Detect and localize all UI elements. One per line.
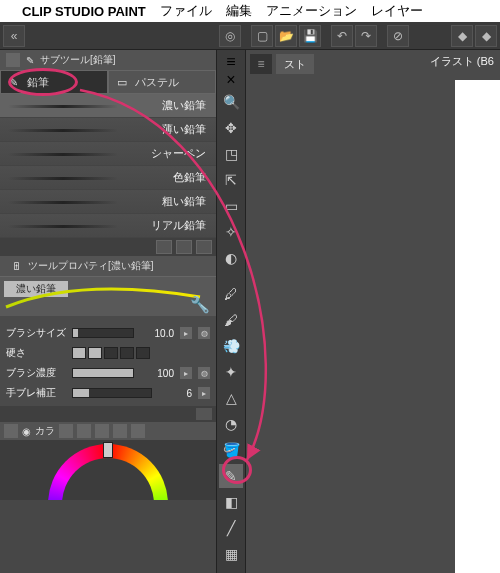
save-icon[interactable]: 💾 xyxy=(299,25,321,47)
brush-item[interactable]: リアル鉛筆 xyxy=(0,214,216,238)
menu-file[interactable]: ファイル xyxy=(160,2,212,20)
color-label: カラ xyxy=(35,424,55,438)
tool-property-body: ブラシサイズ 10.0 ▸ ◍ 硬さ ブラシ濃度 100 ▸ ◍ 手ブレ補正 xyxy=(0,316,216,422)
subtool-title: サブツール[鉛筆] xyxy=(40,53,116,67)
wrench-small-icon[interactable] xyxy=(196,408,212,420)
toolbar-misc2-icon[interactable]: ◆ xyxy=(475,25,497,47)
tool-select-auto-icon[interactable]: ✧ xyxy=(219,220,243,244)
menu-edit[interactable]: 編集 xyxy=(226,2,252,20)
tool-pen-icon[interactable]: 🖊 xyxy=(219,282,243,306)
pencil-icon: ✎ xyxy=(26,55,34,66)
tool-figure-icon[interactable]: ╱ xyxy=(219,516,243,540)
toolbar-misc-icon[interactable]: ◆ xyxy=(451,25,473,47)
brush-stroke-preview xyxy=(8,201,118,204)
panel-menu-icon[interactable] xyxy=(4,424,18,438)
panel-menu-icon[interactable] xyxy=(6,53,20,67)
brush-size-slider[interactable] xyxy=(72,328,134,338)
tool-airbrush-icon[interactable]: 💨 xyxy=(219,334,243,358)
menubar: CLIP STUDIO PAINT ファイル 編集 アニメーション レイヤー xyxy=(0,0,500,22)
tool-fill-icon[interactable]: 🪣 xyxy=(219,438,243,462)
color-wheel-panel xyxy=(0,440,216,500)
preview-stroke xyxy=(0,277,210,317)
link-icon[interactable]: ◍ xyxy=(198,367,210,379)
density-slider[interactable] xyxy=(72,368,134,378)
pastel-tab-icon: ▭ xyxy=(117,76,129,88)
prop-brush-size: ブラシサイズ 10.0 ▸ ◍ xyxy=(6,326,210,340)
brush-item[interactable]: 色鉛筆 xyxy=(0,166,216,190)
new-file-icon[interactable]: ▢ xyxy=(251,25,273,47)
wrench-icon[interactable]: 🔧 xyxy=(190,295,210,314)
tool-move-icon[interactable]: ✥ xyxy=(219,116,243,140)
tab-label: パステル xyxy=(135,75,179,90)
top-toolbar: « ◎ ▢ 📂 💾 ↶ ↷ ⊘ ◆ ◆ xyxy=(0,22,500,50)
subtool-delete-icon[interactable] xyxy=(196,240,212,254)
tab-pencil[interactable]: ✎ 鉛筆 xyxy=(0,70,108,94)
color-slider-icon[interactable] xyxy=(77,424,91,438)
tool-property-preview: 濃い鉛筆 🔧 xyxy=(0,276,216,316)
brush-stroke-preview xyxy=(8,177,118,180)
tool-magnifier-icon[interactable]: 🔍 xyxy=(219,90,243,114)
tool-decoration-icon[interactable]: ✦ xyxy=(219,360,243,384)
brush-item[interactable]: 薄い鉛筆 xyxy=(0,118,216,142)
panel-menu-icon[interactable]: ≡ xyxy=(250,54,272,74)
hardness-blocks[interactable] xyxy=(72,347,150,359)
stabilize-slider[interactable] xyxy=(72,388,152,398)
color-wheel[interactable] xyxy=(48,444,168,500)
stepper-icon[interactable]: ▸ xyxy=(198,387,210,399)
tool-property-title: ツールプロパティ[濃い鉛筆] xyxy=(28,259,154,273)
tab-pastel[interactable]: ▭ パステル xyxy=(108,70,216,94)
prop-stabilize: 手ブレ補正 6 ▸ xyxy=(6,386,210,400)
brush-item[interactable]: シャーペン xyxy=(0,142,216,166)
tool-pencil-icon[interactable]: ✎ xyxy=(219,464,243,488)
brush-list: 濃い鉛筆 薄い鉛筆 シャーペン 色鉛筆 粗い鉛筆 リアル鉛筆 xyxy=(0,94,216,238)
value: 6 xyxy=(158,388,192,399)
menu-layer[interactable]: レイヤー xyxy=(371,2,423,20)
subtool-new-icon[interactable] xyxy=(176,240,192,254)
tool-frame-icon[interactable]: ▦ xyxy=(219,542,243,566)
document-title: イラスト (B6 xyxy=(430,54,494,69)
tool-operation-icon[interactable]: ◳ xyxy=(219,142,243,166)
tab-label: 鉛筆 xyxy=(27,75,49,90)
tool-property-header: 🎚 ツールプロパティ[濃い鉛筆] xyxy=(0,256,216,276)
color-approx-icon[interactable] xyxy=(95,424,109,438)
tool-select-rect-icon[interactable]: ▭ xyxy=(219,194,243,218)
canvas-tab[interactable]: スト xyxy=(276,54,314,74)
subtool-settings-icon[interactable] xyxy=(156,240,172,254)
color-handle[interactable] xyxy=(103,442,113,458)
brush-stroke-preview xyxy=(8,225,118,228)
color-set-icon[interactable] xyxy=(59,424,73,438)
value: 100 xyxy=(140,368,174,379)
close-icon[interactable]: × xyxy=(219,72,243,88)
stepper-icon[interactable]: ▸ xyxy=(180,327,192,339)
tool-layermove-icon[interactable]: ⇱ xyxy=(219,168,243,192)
subtool-header: ✎ サブツール[鉛筆] xyxy=(0,50,216,70)
tool-blend-icon[interactable]: ◔ xyxy=(219,412,243,436)
link-icon[interactable]: ◍ xyxy=(198,327,210,339)
panel-menu-icon[interactable]: ≡ xyxy=(219,54,243,70)
redo-icon[interactable]: ↷ xyxy=(355,25,377,47)
tool-gradient-icon[interactable]: ◧ xyxy=(219,490,243,514)
tool-eyedropper-icon[interactable]: ◐ xyxy=(219,246,243,270)
collapse-panel-icon[interactable]: « xyxy=(3,25,25,47)
app-name: CLIP STUDIO PAINT xyxy=(22,4,146,19)
canvas[interactable] xyxy=(455,80,500,573)
brush-item[interactable]: 粗い鉛筆 xyxy=(0,190,216,214)
subtool-tabs: ✎ 鉛筆 ▭ パステル xyxy=(0,70,216,94)
tool-property-footer xyxy=(0,406,216,422)
pencil-tab-icon: ✎ xyxy=(9,76,21,88)
color-header: ◉ カラ xyxy=(0,422,216,440)
color-interm-icon[interactable] xyxy=(113,424,127,438)
tool-brush-icon[interactable]: 🖌 xyxy=(219,308,243,332)
brush-item[interactable]: 濃い鉛筆 xyxy=(0,94,216,118)
clipstudio-icon[interactable]: ◎ xyxy=(219,25,241,47)
prop-hardness: 硬さ xyxy=(6,346,210,360)
brush-list-footer xyxy=(0,238,216,256)
stepper-icon[interactable]: ▸ xyxy=(180,367,192,379)
open-file-icon[interactable]: 📂 xyxy=(275,25,297,47)
undo-icon[interactable]: ↶ xyxy=(331,25,353,47)
delete-icon[interactable]: ⊘ xyxy=(387,25,409,47)
menu-animation[interactable]: アニメーション xyxy=(266,2,357,20)
tool-eraser-icon[interactable]: △ xyxy=(219,386,243,410)
color-history-icon[interactable] xyxy=(131,424,145,438)
label: ブラシサイズ xyxy=(6,326,66,340)
